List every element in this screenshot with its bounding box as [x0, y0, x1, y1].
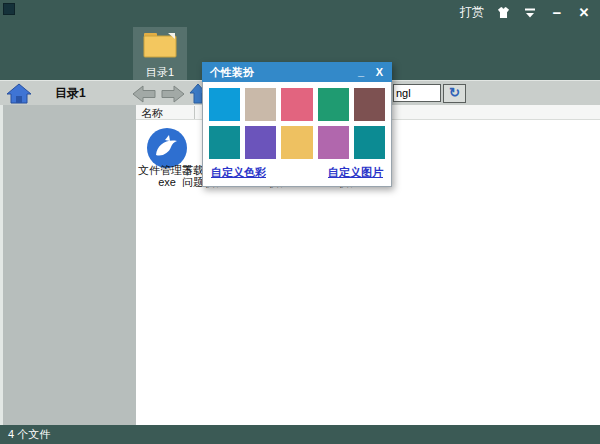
donate-button[interactable]: 打赏 [460, 4, 484, 21]
column-header-name[interactable]: 名称 [141, 106, 195, 119]
color-swatch[interactable] [209, 126, 240, 159]
color-swatch[interactable] [245, 126, 276, 159]
dialog-close-button[interactable]: X [376, 62, 383, 82]
minimize-button[interactable]: − [549, 5, 565, 21]
close-button[interactable]: ✕ [576, 5, 592, 21]
color-swatch[interactable] [281, 126, 312, 159]
desktop-folder-tile[interactable]: 目录1 [133, 27, 187, 80]
file-count-label: 4 个文件 [8, 428, 50, 440]
search-input[interactable] [393, 84, 441, 102]
color-swatch[interactable] [354, 126, 385, 159]
forward-button[interactable] [160, 85, 185, 107]
dialog-body: 自定义色彩 自定义图片 [202, 82, 392, 187]
color-swatch[interactable] [354, 88, 385, 121]
sidebar-pane [0, 105, 136, 425]
status-bar: 4 个文件 [0, 425, 600, 444]
refresh-button[interactable]: ↻ [443, 84, 466, 103]
back-button[interactable] [132, 85, 157, 107]
color-swatch[interactable] [281, 88, 312, 121]
color-swatch-grid [209, 88, 385, 159]
color-swatch[interactable] [318, 126, 349, 159]
personalize-dialog: 个性装扮 _ X 自定义色彩 自定义图片 [202, 62, 392, 187]
window-app-icon [3, 3, 15, 15]
location-label: 目录1 [55, 81, 86, 106]
color-swatch[interactable] [209, 88, 240, 121]
color-swatch[interactable] [318, 88, 349, 121]
dialog-links-row: 自定义色彩 自定义图片 [209, 165, 385, 182]
window-controls: 打赏 − ✕ [460, 4, 592, 21]
dialog-minimize-button[interactable]: _ [358, 62, 364, 80]
folder-icon [143, 30, 177, 60]
color-swatch[interactable] [245, 88, 276, 121]
custom-color-link[interactable]: 自定义色彩 [211, 165, 266, 180]
custom-image-link[interactable]: 自定义图片 [328, 165, 383, 180]
dialog-titlebar: 个性装扮 _ X [202, 62, 392, 82]
theme-shirt-icon[interactable] [495, 5, 511, 21]
collapse-icon[interactable] [522, 5, 538, 21]
app-window: 打赏 − ✕ 目录1 目录1 ↻ 名称 [0, 0, 600, 444]
dialog-title: 个性装扮 [210, 62, 254, 82]
dolphin-app-icon [147, 128, 187, 168]
folder-tile-label: 目录1 [133, 65, 187, 80]
